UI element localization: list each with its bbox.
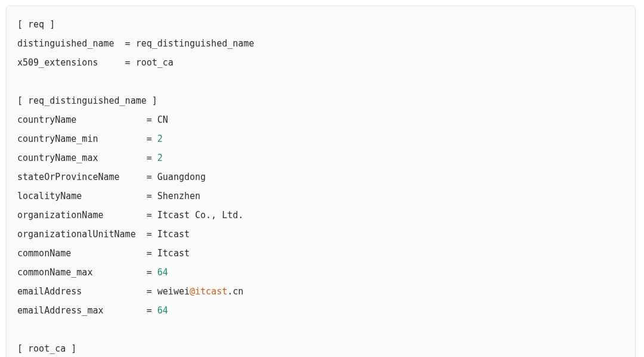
code-token: 64 bbox=[157, 305, 168, 316]
code-token: .cn bbox=[227, 286, 243, 297]
code-line: [ root_ca ] bbox=[17, 343, 76, 354]
code-line: [ req_distinguished_name ] bbox=[17, 95, 157, 106]
config-code-block: [ req ] distinguished_name = req_disting… bbox=[6, 5, 636, 357]
code-line: commonName = Itcast bbox=[17, 248, 190, 259]
code-line: x509_extensions = root_ca bbox=[17, 57, 174, 68]
code-token: emailAddress = weiwei bbox=[17, 286, 190, 297]
code-token: commonName_max = bbox=[17, 267, 157, 278]
code-line: localityName = Shenzhen bbox=[17, 191, 200, 201]
code-line: [ req ] bbox=[17, 19, 55, 30]
code-line: distinguished_name = req_distinguished_n… bbox=[17, 38, 254, 49]
code-line: emailAddress_max = 64 bbox=[17, 305, 168, 316]
code-token: stateOrProvinceName = Guangdong bbox=[17, 172, 206, 182]
code-line: countryName = CN bbox=[17, 114, 168, 125]
code-line: organizationName = Itcast Co., Ltd. bbox=[17, 210, 243, 221]
code-line: organizationalUnitName = Itcast bbox=[17, 229, 190, 240]
code-token: organizationName = Itcast Co., Ltd. bbox=[17, 210, 243, 221]
code-line: commonName_max = 64 bbox=[17, 267, 168, 278]
code-token: countryName = CN bbox=[17, 114, 168, 125]
code-line: emailAddress = weiwei@itcast.cn bbox=[17, 286, 243, 297]
code-line: stateOrProvinceName = Guangdong bbox=[17, 172, 206, 182]
code-token: 2 bbox=[157, 153, 163, 163]
code-token: [ req ] bbox=[17, 19, 55, 30]
code-token: 64 bbox=[157, 267, 168, 278]
code-token: organizationalUnitName = Itcast bbox=[17, 229, 190, 240]
code-line: countryName_min = 2 bbox=[17, 134, 163, 144]
code-token: [ root_ca ] bbox=[17, 343, 76, 354]
config-code: [ req ] distinguished_name = req_disting… bbox=[17, 19, 270, 357]
code-token: countryName_min = bbox=[17, 134, 157, 144]
code-token: emailAddress_max = bbox=[17, 305, 157, 316]
code-token: [ req_distinguished_name ] bbox=[17, 95, 157, 106]
code-token: countryName_max = bbox=[17, 153, 157, 163]
code-token: x509_extensions = root_ca bbox=[17, 57, 174, 68]
code-token: commonName = Itcast bbox=[17, 248, 190, 259]
code-token: localityName = Shenzhen bbox=[17, 191, 200, 201]
code-token: distinguished_name = req_distinguished_n… bbox=[17, 38, 254, 49]
code-line: countryName_max = 2 bbox=[17, 153, 163, 163]
code-token: @itcast bbox=[190, 286, 227, 297]
code-token: 2 bbox=[157, 134, 163, 144]
